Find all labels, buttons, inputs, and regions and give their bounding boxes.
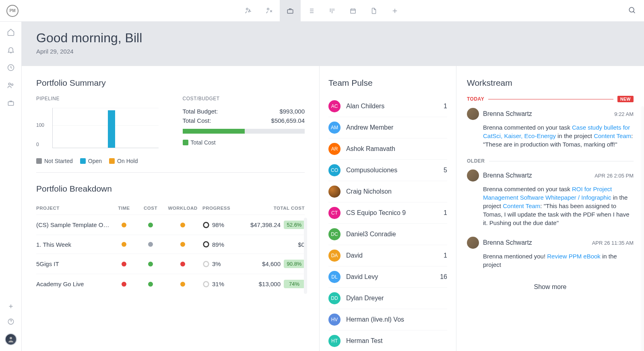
rail-recent[interactable] [7, 64, 15, 72]
workstream-item: Brenna Schwartz APR 26 11:35 AM Brenna m… [467, 237, 634, 269]
project-name[interactable]: (CS) Sample Template Onbo... [36, 221, 110, 228]
tab-file[interactable] [363, 0, 384, 21]
team-pulse-row[interactable]: DDDylan Dreyer [328, 287, 447, 309]
cost-legend-swatch [183, 140, 188, 145]
team-pulse-row[interactable]: CTCS Equipo Tecnico 91 [328, 202, 447, 223]
help-icon [7, 318, 14, 325]
svg-point-11 [204, 222, 209, 227]
table-row[interactable]: (CS) Sample Template Onbo... 98% $47,398… [36, 215, 305, 235]
member-avatar: DC [328, 228, 341, 240]
briefcase-icon [287, 7, 294, 14]
member-name: Ashok Ramavath [346, 145, 442, 153]
team-pulse-row[interactable]: DADavid1 [328, 245, 447, 266]
svg-point-6 [8, 83, 10, 85]
today-heading: TODAY NEW [467, 96, 634, 102]
team-pulse-row[interactable]: COCompusoluciones5 [328, 159, 447, 181]
svg-rect-2 [287, 10, 293, 13]
team-pulse-row[interactable]: Craig Nicholson [328, 181, 447, 202]
progress-ring-icon [202, 241, 210, 248]
legend-label: Not Started [44, 158, 73, 164]
svg-rect-3 [351, 9, 355, 13]
tab-list[interactable] [301, 0, 322, 21]
member-count: 1 [444, 103, 447, 110]
svg-point-13 [204, 261, 209, 266]
app-logo[interactable]: PM [6, 5, 19, 17]
team-pulse-row[interactable]: DLDavid Levy16 [328, 266, 447, 287]
ws-time: APR 26 11:35 AM [592, 240, 634, 246]
member-name: Herman (live.nl) Vos [346, 316, 442, 323]
tab-add[interactable] [384, 0, 405, 21]
team-pulse-row[interactable]: DCDaniel3 Conradie [328, 223, 447, 245]
workstream-scrollbar[interactable] [641, 106, 644, 351]
col-progress: PROGRESS [202, 206, 243, 211]
legend-label: On Hold [117, 158, 138, 164]
plus-small-icon [7, 303, 14, 310]
rail-notifications[interactable] [7, 46, 15, 54]
ws-author: Brenna Schwartz [483, 239, 588, 246]
total-cost-value: $4,600 [262, 260, 281, 267]
show-more-button[interactable]: Show more [467, 279, 634, 295]
cost-progress-fill [183, 129, 245, 134]
new-badge: NEW [617, 96, 634, 102]
project-name[interactable]: Academy Go Live [36, 281, 110, 287]
member-count: 1 [444, 209, 447, 217]
y-tick-100: 100 [36, 122, 44, 128]
user-avatar[interactable] [5, 333, 17, 345]
rail-people[interactable] [7, 81, 15, 89]
workload-status-dot [180, 262, 185, 266]
tab-person-activity[interactable] [238, 0, 259, 21]
team-pulse-row[interactable]: AMAndrew Member [328, 117, 447, 138]
greeting-title: Good morning, Bill [36, 31, 630, 45]
person-x-icon [266, 7, 273, 14]
time-status-dot [122, 223, 126, 227]
avatar-icon [7, 336, 14, 343]
search-button[interactable] [625, 3, 639, 19]
team-pulse-row[interactable]: ACAlan Childers1 [328, 96, 447, 117]
rail-portfolio[interactable] [7, 99, 15, 107]
variance-badge: 52.6% [284, 221, 305, 229]
member-name: Herman Test [346, 337, 442, 345]
member-avatar: HT [328, 335, 341, 347]
list-icon [308, 7, 315, 14]
greeting-date: April 29, 2024 [36, 48, 630, 55]
team-pulse-row[interactable]: ARAshok Ramavath [328, 138, 447, 159]
portfolio-summary-title: Portfolio Summary [36, 78, 305, 88]
svg-point-14 [204, 281, 209, 287]
member-avatar: AR [328, 143, 341, 155]
tab-calendar[interactable] [343, 0, 363, 21]
rail-add[interactable] [7, 303, 14, 310]
ws-author: Brenna Schwartz [483, 172, 590, 179]
rail-home[interactable] [7, 28, 15, 36]
table-row[interactable]: 1. This Week 89% $0 [36, 235, 305, 254]
tab-person-settings[interactable] [259, 0, 280, 21]
member-count: 16 [440, 273, 447, 281]
time-status-dot [122, 282, 126, 287]
workload-status-dot [180, 282, 185, 287]
member-name: Alan Childers [346, 103, 438, 110]
rail-help[interactable] [7, 318, 14, 325]
team-pulse-row[interactable]: HTHerman Test [328, 330, 447, 351]
ws-project-link[interactable]: Content Team [594, 132, 631, 139]
tab-board[interactable] [322, 0, 343, 21]
table-row[interactable]: Academy Go Live 31% $13,00074% [36, 274, 305, 294]
project-name[interactable]: 1. This Week [36, 241, 110, 248]
left-column: Portfolio Summary PIPELINE 100 0 [22, 66, 320, 351]
member-name: Compusoluciones [346, 167, 438, 174]
pipeline-legend: Not StartedOpenOn Hold [36, 158, 159, 164]
workstream-item: Brenna Schwartz 9:22 AM Brenna commented… [467, 108, 634, 149]
member-count: 5 [444, 167, 447, 174]
ws-task-link[interactable]: ROI for Project Management Software Whit… [483, 186, 612, 201]
svg-point-1 [267, 8, 269, 10]
table-row[interactable]: 5Gigs IT 3% $4,60090.8% [36, 254, 305, 274]
team-pulse-row[interactable]: HVHerman (live.nl) Vos [328, 309, 447, 330]
ws-task-link[interactable]: Review PPM eBook [547, 253, 601, 260]
table-scrollbar[interactable] [304, 218, 307, 294]
ws-project-link[interactable]: Content Team [503, 202, 540, 209]
workstream-title: Workstream [467, 78, 634, 88]
people-icon [7, 81, 15, 89]
person-pulse-icon [245, 7, 252, 14]
project-name[interactable]: 5Gigs IT [36, 260, 110, 267]
svg-point-10 [10, 337, 12, 339]
tab-briefcase[interactable] [280, 0, 301, 21]
legend-label: Open [88, 158, 102, 164]
